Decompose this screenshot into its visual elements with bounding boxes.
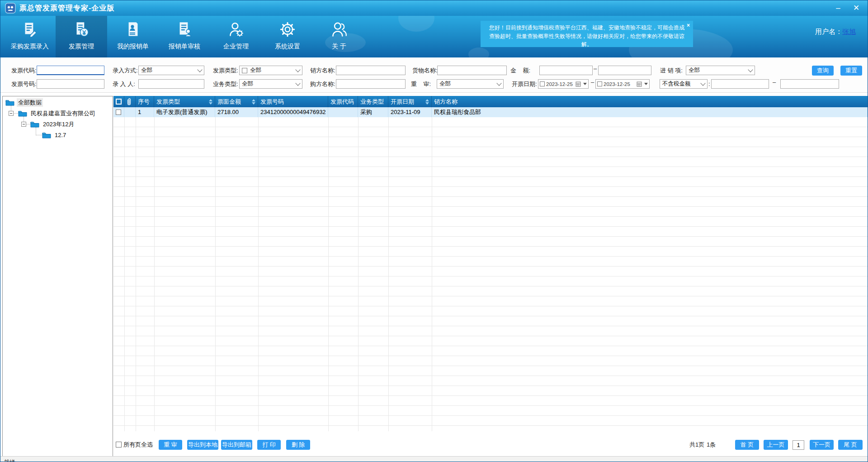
date-from-picker[interactable]: 2023-12-25 bbox=[538, 79, 589, 89]
tree-node-month[interactable]: 2023年12月 bbox=[30, 120, 75, 129]
table-empty-grid bbox=[113, 117, 868, 431]
last-page-button[interactable]: 尾 页 bbox=[838, 440, 863, 450]
header-seq: 序号 bbox=[136, 96, 154, 107]
invoice-type-select[interactable]: 全部 bbox=[239, 66, 302, 75]
tree-node-day[interactable]: 12.7 bbox=[42, 131, 67, 139]
entry-mode-select[interactable]: 全部 bbox=[138, 66, 204, 75]
cell-invoice-type: 电子发票(普通发票) bbox=[154, 107, 215, 117]
invoice-type-checkbox[interactable] bbox=[242, 68, 247, 73]
goods-name-input[interactable] bbox=[437, 66, 507, 75]
tab-my-reimbursement[interactable]: 我的报销单 bbox=[107, 16, 159, 57]
status-text: 就绪 bbox=[4, 458, 15, 462]
user-label: 用户名： bbox=[815, 28, 842, 35]
header-attachment-cell bbox=[124, 96, 136, 107]
recheck-button[interactable]: 重 审 bbox=[159, 440, 182, 450]
page-number-input[interactable] bbox=[793, 440, 804, 450]
tab-about[interactable]: 关 于 bbox=[313, 16, 365, 57]
reimburse-audit-icon bbox=[174, 19, 195, 40]
export-local-button[interactable]: 导出到本地 bbox=[187, 440, 218, 450]
seller-name-input[interactable] bbox=[336, 66, 406, 75]
sort-icon[interactable] bbox=[209, 99, 212, 105]
tab-system-settings[interactable]: 系统设置 bbox=[262, 16, 313, 57]
grid-line bbox=[328, 117, 329, 431]
header-invoice-type[interactable]: 发票类型 bbox=[154, 96, 215, 107]
delete-button[interactable]: 删 除 bbox=[286, 440, 310, 450]
notice-close-icon[interactable]: × bbox=[687, 21, 690, 30]
select-all-pages-label: 所有页全选 bbox=[123, 440, 153, 450]
tax-amount-type-select[interactable]: 不含税金额 bbox=[660, 79, 708, 89]
recheck-select[interactable]: 全部 bbox=[437, 79, 504, 89]
row-select-cell bbox=[113, 107, 124, 117]
calendar-icon bbox=[576, 81, 581, 87]
amount-from-input[interactable] bbox=[539, 66, 593, 75]
decor-bubble bbox=[468, 48, 489, 57]
minimize-button[interactable]: – bbox=[832, 2, 844, 14]
entry-person-input[interactable] bbox=[138, 79, 204, 89]
chevron-down-icon bbox=[295, 67, 300, 72]
tax-amount-from-input[interactable] bbox=[711, 79, 769, 89]
row-attachment-cell bbox=[124, 107, 136, 117]
entry-mode-label: 录入方式: bbox=[113, 66, 138, 76]
inout-select[interactable]: 全部 bbox=[686, 66, 755, 75]
chevron-down-icon bbox=[748, 67, 753, 72]
invoice-manage-icon bbox=[71, 19, 92, 40]
table-row[interactable]: 1 电子发票(普通发票) 2718.00 2341200000004947693… bbox=[113, 107, 868, 117]
tab-reimbursement-audit[interactable]: 报销单审核 bbox=[159, 16, 210, 57]
next-page-button[interactable]: 下一页 bbox=[810, 440, 834, 450]
buyer-name-label: 购方名称: bbox=[310, 79, 335, 89]
amount-to-input[interactable] bbox=[598, 66, 651, 75]
cell-seller-name: 民权县瑞彤食品部 bbox=[432, 107, 868, 117]
query-button[interactable]: 查询 bbox=[812, 66, 834, 76]
inout-label: 进 销 项: bbox=[660, 66, 683, 76]
select-all-pages-checkbox[interactable] bbox=[116, 442, 122, 448]
decor-bubble bbox=[398, 16, 434, 32]
sort-icon[interactable] bbox=[425, 99, 429, 105]
print-button[interactable]: 打 印 bbox=[257, 440, 281, 450]
close-button[interactable]: ✕ bbox=[850, 2, 862, 14]
tree-expand-icon[interactable] bbox=[9, 111, 14, 116]
header-biz-type: 业务类型 bbox=[358, 96, 388, 107]
sort-icon[interactable] bbox=[252, 99, 255, 105]
reset-button[interactable]: 重置 bbox=[840, 66, 862, 76]
page-total-text: 共1页 bbox=[689, 440, 704, 450]
select-all-rows-checkbox[interactable] bbox=[116, 99, 122, 105]
tab-purchase-invoice-entry[interactable]: 采购发票录入 bbox=[4, 16, 56, 57]
tree-node-all-data[interactable]: 全部数据 bbox=[5, 98, 43, 107]
invoice-code-input[interactable] bbox=[37, 66, 104, 75]
date-from-checkbox[interactable] bbox=[540, 81, 545, 86]
titlebar: 票总管发票管理专家-企业版 – ✕ bbox=[0, 0, 868, 16]
paperclip-icon bbox=[127, 98, 132, 105]
header-issue-date[interactable]: 开票日期 bbox=[388, 96, 432, 107]
user-name-link[interactable]: 张旭 bbox=[842, 28, 856, 35]
header-face-amount[interactable]: 票面金额 bbox=[215, 96, 258, 107]
tax-amount-to-input[interactable] bbox=[780, 79, 839, 89]
cell-invoice-code bbox=[328, 107, 358, 117]
export-mail-button[interactable]: 导出到邮箱 bbox=[221, 440, 252, 450]
cell-seq: 1 bbox=[136, 107, 154, 117]
invoice-type-label: 发票类型: bbox=[213, 66, 238, 76]
header-invoice-number: 发票号码 bbox=[258, 96, 328, 107]
purchase-entry-icon bbox=[19, 19, 40, 40]
goods-name-label: 货物名称: bbox=[412, 66, 438, 76]
date-to-checkbox[interactable] bbox=[597, 81, 602, 86]
tab-enterprise-management[interactable]: 企业管理 bbox=[210, 16, 262, 57]
recheck-label: 重 审: bbox=[411, 79, 431, 89]
first-page-button[interactable]: 首 页 bbox=[735, 440, 759, 450]
main-toolbar: 采购发票录入 发票管理 我的报销单 报销单审核 企业管理 bbox=[0, 16, 868, 57]
invoice-code-label: 发票代码: bbox=[11, 66, 37, 76]
business-type-select[interactable]: 全部 bbox=[239, 79, 302, 89]
prev-page-button[interactable]: 上一页 bbox=[764, 440, 788, 450]
tab-invoice-management[interactable]: 发票管理 bbox=[56, 16, 107, 57]
buyer-name-input[interactable] bbox=[336, 79, 406, 89]
tree-node-company[interactable]: 民权县建嘉置业有限公司 bbox=[18, 109, 97, 118]
invoice-number-input[interactable] bbox=[37, 79, 104, 89]
amount-label: 金 额: bbox=[510, 66, 530, 76]
row-checkbox[interactable] bbox=[116, 110, 121, 115]
calendar-icon bbox=[637, 81, 642, 87]
header-seller-name: 销方名称 bbox=[432, 96, 868, 107]
settings-gear-icon bbox=[277, 19, 298, 40]
tree-expand-icon[interactable] bbox=[21, 122, 26, 127]
grid-line bbox=[136, 117, 136, 431]
date-to-picker[interactable]: 2023-12-25 bbox=[595, 79, 650, 89]
cell-invoice-number: 23412000000049476932 bbox=[258, 107, 328, 117]
